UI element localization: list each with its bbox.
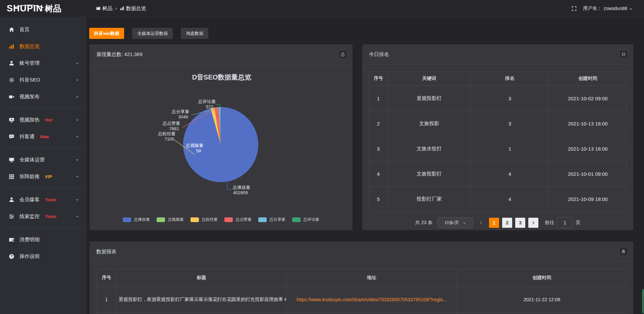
table-row: 5投影灯厂家42021-10-09 18:00 [369, 187, 627, 212]
username-label: 用户名： [583, 5, 602, 11]
table-cell: 2 [369, 111, 388, 136]
table-cell: 1 [369, 86, 388, 111]
sidebar-item-会员爆客[interactable]: 会员爆客Tools [0, 191, 87, 208]
goto-page-input[interactable] [557, 217, 573, 228]
tab-全媒体运营数据[interactable]: 全媒体运营数据 [132, 28, 173, 39]
next-page-button[interactable] [528, 218, 538, 228]
page-size-label: 10条/页 [444, 220, 459, 226]
table-cell: 景观投影灯 [388, 86, 471, 111]
pie-label-name: 总评论量 [198, 99, 216, 104]
chat-icon [9, 134, 14, 140]
day-badge-button[interactable]: 日 [619, 50, 628, 59]
sidebar-item-label: 抖客通 [19, 134, 35, 140]
overview-panel-header: 展现量总数: 421,369 总 [90, 44, 353, 65]
column-header: 关键词 [388, 71, 471, 86]
sidebar-divider [6, 188, 84, 188]
table-cell [97, 313, 117, 314]
video-camera-icon [9, 94, 14, 100]
sidebar-item-视频发布[interactable]: 视频发布 [0, 88, 87, 105]
sidebar-item-tag: VIP [45, 174, 52, 179]
video-title-cell: 景观投影灯，夜游景观投影灯厂家展示展示落花灯在花园里的灯光投影应用效果 # [117, 287, 286, 313]
breadcrumb-item[interactable]: 树品 [96, 5, 112, 12]
table-cell: 3 [369, 136, 388, 161]
sidebar-item-label: 视频加热 [19, 117, 40, 123]
logo-text-cn: 树品 [45, 4, 61, 13]
pie-label-value: 572 [206, 104, 213, 109]
legend-item-总播放量[interactable]: 总播放量 [123, 217, 150, 222]
pagination-total: 共 23 条 [415, 220, 432, 226]
pie-label-name: 总粉丝量 [158, 131, 175, 136]
breadcrumb-separator: > [115, 6, 117, 11]
breadcrumb: 树品>数据总览 [96, 5, 146, 12]
logo: SHUPIN 树品 [0, 4, 87, 13]
table-cell [117, 313, 286, 314]
sidebar-item-label: 账号管理 [19, 60, 40, 66]
sidebar-item-视频加热[interactable]: 视频加热Hot [0, 111, 87, 128]
tab-询盘数据[interactable]: 询盘数据 [181, 28, 208, 39]
sidebar-item-数据总览[interactable]: 数据总览 [0, 38, 87, 55]
label-line-总播放量 [227, 182, 232, 190]
sidebar-item-消费明细[interactable]: 消费明细 [0, 231, 87, 248]
table-cell: 文旅投影灯 [388, 161, 471, 187]
fullscreen-icon[interactable] [571, 6, 577, 11]
sidebar-item-抖音SEO[interactable]: 抖音SEO [0, 71, 87, 88]
sidebar-item-label: 会员爆客 [19, 197, 40, 203]
legend-item-总评论量[interactable]: 总评论量 [292, 217, 319, 222]
report-table: 序号标题地址创建时间1景观投影灯，夜游景观投影灯厂家展示展示落花灯在花园里的灯光… [96, 269, 627, 314]
goto-suffix: 页 [576, 220, 580, 226]
prev-page-button[interactable] [476, 218, 486, 228]
sidebar-item-全媒体运营[interactable]: 全媒体运营 [0, 151, 87, 168]
page-button-1[interactable]: 1 [489, 218, 499, 228]
scrollbar-thumb[interactable] [642, 289, 644, 313]
sidebar-item-矩阵助推[interactable]: 矩阵助推VIP [0, 168, 87, 185]
sidebar-item-线索监控[interactable]: 线索监控Tools [0, 208, 87, 225]
table-cell: 文旅水纹灯 [388, 136, 471, 161]
sidebar-item-首页[interactable]: 首页 [0, 21, 87, 38]
tab-抖音seo数据[interactable]: 抖音seo数据 [89, 28, 124, 39]
ranking-table: 序号关键词排名创建时间1景观投影灯32021-10-02 09:002文旅投影3… [369, 71, 627, 212]
svg-text:?: ? [10, 255, 12, 258]
pie-label-value: 58 [196, 148, 201, 153]
user-menu[interactable]: 用户名：zswodun88 [583, 5, 633, 11]
chevron-right-icon [531, 221, 535, 225]
overview-panel-title: 展现量总数: 421,369 [96, 51, 143, 58]
ranking-panel: 今日排名 日 序号关键词排名创建时间1景观投影灯32021-10-02 09:0… [362, 44, 633, 230]
goto-label: 前往 [545, 220, 554, 226]
chevron-down-icon [75, 175, 79, 178]
sidebar-item-账号管理[interactable]: 账号管理 [0, 55, 87, 71]
chevron-left-icon [479, 221, 483, 225]
table-cell: 2021-10-02 09:00 [549, 86, 627, 111]
total-badge-button[interactable]: 总 [338, 50, 347, 59]
legend-label: 总分享量 [269, 217, 285, 222]
page-button-2[interactable]: 2 [502, 218, 512, 228]
table-header-row: 序号关键词排名创建时间 [369, 71, 627, 86]
page-size-select[interactable]: 10条/页 [437, 217, 473, 228]
breadcrumb-item[interactable]: 数据总览 [120, 5, 146, 12]
chevron-down-icon [75, 198, 79, 202]
video-link[interactable]: https://www.iesdouyin.com/share/video/70… [297, 297, 447, 302]
video-url-cell: https://www.iesdouyin.com/share/video/70… [286, 287, 457, 313]
data-tabs: 抖音seo数据全媒体运营数据询盘数据 [89, 28, 208, 39]
dashboard-app: SHUPIN 树品 树品>数据总览 用户名：zswodun88 首页数据总览账号… [0, 0, 644, 314]
table-badge-button[interactable]: 表 [619, 247, 628, 256]
legend-item-总粉丝量[interactable]: 总粉丝量 [191, 217, 218, 222]
logo-arc [13, 4, 44, 8]
report-panel: 数据报表 表 序号标题地址创建时间1景观投影灯，夜游景观投影灯厂家展示展示落花灯… [90, 242, 633, 314]
legend-item-总点赞量[interactable]: 总点赞量 [224, 217, 252, 222]
table-row [97, 313, 627, 314]
legend-item-总分享量[interactable]: 总分享量 [258, 217, 285, 222]
legend-item-总视频量[interactable]: 总视频量 [157, 217, 184, 222]
legend-swatch [224, 217, 233, 222]
grid-icon [9, 174, 14, 179]
sidebar-item-操作说明[interactable]: ?操作说明 [0, 248, 87, 265]
table-row: 3文旅水纹灯12021-10-13 18:00 [369, 136, 627, 161]
table-cell: 2021-10-09 18:00 [549, 187, 627, 212]
legend-label: 总点赞量 [235, 217, 252, 222]
table-row: 4文旅投影灯42021-10-01 09:00 [369, 161, 627, 187]
pie-label-name: 总分享量 [171, 109, 189, 114]
sidebar-item-抖客通[interactable]: 抖客通New [0, 128, 87, 145]
pie-label-value: 7100 [165, 137, 174, 142]
column-header: 创建时间 [549, 71, 627, 86]
page-button-3[interactable]: 3 [515, 218, 525, 228]
pie-label-name: 总播放量 [232, 185, 250, 190]
